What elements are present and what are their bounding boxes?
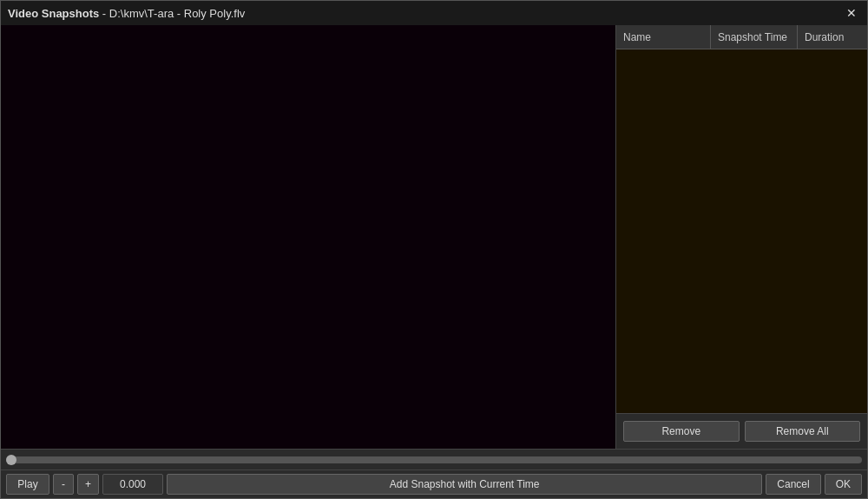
snapshot-table: Name Snapshot Time Duration [616,25,867,413]
window-title: Video Snapshots - D:\kmv\T-ara - Roly Po… [8,7,245,20]
seek-bar[interactable] [6,456,862,463]
right-panel: Name Snapshot Time Duration Remove Remov… [615,25,867,449]
add-snapshot-button[interactable]: Add Snapshot with Current Time [167,474,762,495]
video-panel [1,25,615,449]
play-label: Play [17,478,37,490]
remove-button[interactable]: Remove [623,421,740,442]
remove-all-button[interactable]: Remove All [745,421,861,442]
main-window: Video Snapshots - D:\kmv\T-ara - Roly Po… [0,0,868,499]
column-header-duration: Duration [798,25,867,49]
cancel-button[interactable]: Cancel [766,474,820,495]
table-body [616,49,867,413]
title-bar: Video Snapshots - D:\kmv\T-ara - Roly Po… [1,1,867,25]
bottom-bar: Play - + 0.000 Add Snapshot with Current… [1,469,867,498]
seek-bar-row [1,449,867,469]
table-actions: Remove Remove All [616,413,867,449]
minus-button[interactable]: - [53,474,74,495]
column-header-snapshot-time: Snapshot Time [711,25,798,49]
close-button[interactable]: ✕ [843,4,860,22]
bottom-right-buttons: Cancel OK [766,474,862,495]
video-display [1,25,615,449]
window-title-subtitle: - D:\kmv\T-ara - Roly Poly.flv [102,7,245,20]
column-header-name: Name [616,25,711,49]
table-header: Name Snapshot Time Duration [616,25,867,49]
window-title-main: Video Snapshots [8,7,99,20]
content-area: Name Snapshot Time Duration Remove Remov… [1,25,867,449]
plus-button[interactable]: + [77,474,99,495]
play-button[interactable]: Play [6,474,49,495]
time-display: 0.000 [102,474,163,495]
ok-button[interactable]: OK [825,474,862,495]
